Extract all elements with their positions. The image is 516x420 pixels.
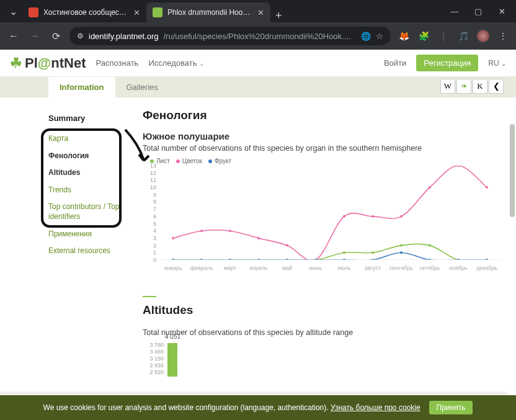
profile-avatar[interactable] [476, 29, 490, 43]
close-icon[interactable]: ✕ [257, 8, 264, 17]
main: Summary Карта Фенология Altitudes Trends… [0, 97, 516, 377]
extension-metamask-icon[interactable]: 🦊 [397, 29, 411, 43]
subsection-title-hemisphere: Южное полушарие [143, 131, 501, 141]
sidebar-item-phenology[interactable]: Фенология [48, 148, 122, 165]
chevron-down-icon: ⌄ [501, 60, 506, 67]
divider-icon: | [437, 29, 450, 43]
series-line [173, 244, 487, 260]
minimize-button[interactable]: — [444, 4, 465, 19]
wikipedia-icon[interactable]: W [440, 79, 455, 94]
legend-dot-icon [208, 159, 212, 163]
section-divider [143, 296, 156, 297]
sidebar-summary[interactable]: Summary [48, 107, 122, 130]
legend-item-fruit[interactable]: Фрукт [208, 158, 231, 164]
close-icon[interactable]: ✕ [133, 8, 140, 17]
browser-tab-0[interactable]: Хостинговое сообщество «Tim ✕ [22, 2, 146, 22]
content: Фенология Южное полушарие Total number o… [118, 100, 516, 377]
browser-tab-1[interactable]: Phlox drummondii Hook., Флок ✕ [146, 2, 270, 22]
y-tick: 8 [145, 199, 156, 205]
sidebar-item-map[interactable]: Карта [48, 130, 122, 148]
content-tabs: Information Galleries W ❧ K ❮ [0, 76, 516, 97]
maximize-button[interactable]: ▢ [468, 4, 489, 19]
nav-identify[interactable]: Распознать [96, 58, 138, 68]
favicon [153, 7, 162, 17]
altitudes-chart: 4 051 3 7803 4653 1502 8352 520 [145, 342, 501, 377]
logo[interactable]: ☘ Pl@ntNet [10, 55, 86, 71]
data-point[interactable] [400, 251, 403, 254]
data-point[interactable] [371, 251, 374, 254]
x-tick: август [358, 265, 387, 271]
data-point[interactable] [400, 244, 403, 247]
toolbar: ← → ⟳ ⚙ identify.plantnet.org/ru/useful/… [0, 22, 516, 50]
sidebar-item-trends[interactable]: Trends [48, 182, 122, 199]
k-icon[interactable]: K [473, 79, 487, 94]
address-bar[interactable]: ⚙ identify.plantnet.org/ru/useful/specie… [69, 27, 391, 45]
y-tick: 12 [145, 170, 156, 176]
legend-dot-icon [176, 159, 180, 163]
data-point[interactable] [429, 186, 431, 189]
x-tick: апрель [244, 265, 273, 271]
language-select[interactable]: RU ⌄ [488, 59, 506, 68]
data-point[interactable] [371, 215, 374, 218]
close-window-button[interactable]: ✕ [491, 4, 512, 19]
new-tab-button[interactable]: + [270, 9, 287, 22]
scrollbar-thumb[interactable] [510, 124, 515, 217]
tab-information[interactable]: Information [48, 77, 115, 97]
menu-icon[interactable]: ⋮ [496, 29, 510, 43]
altitudes-desc: Total number of observations of this spe… [143, 328, 501, 337]
reload-button[interactable]: ⟳ [48, 30, 63, 42]
forward-button[interactable]: → [27, 30, 42, 42]
site-info-icon[interactable]: ⚙ [77, 32, 84, 40]
tab-title: Хостинговое сообщество «Tim [43, 8, 128, 17]
sidebar-item-uses[interactable]: Применения [48, 226, 122, 243]
sidebar-item-altitudes[interactable]: Altitudes [48, 164, 122, 182]
data-point[interactable] [257, 237, 260, 239]
data-point[interactable] [429, 244, 431, 247]
section-title-altitudes: Altitudes [143, 303, 501, 317]
data-point[interactable] [343, 215, 345, 218]
cookie-more-link[interactable]: Узнать больше про cookie [331, 403, 420, 412]
leaf-link-icon[interactable]: ❧ [456, 79, 471, 94]
share-icon[interactable]: ❮ [489, 79, 504, 94]
data-point[interactable] [229, 230, 231, 232]
phenology-chart: январьфевральмартапрельмайиюньиюльавгуст… [145, 166, 501, 271]
bookmark-icon[interactable]: ☆ [376, 32, 383, 41]
x-tick: ноябрь [444, 265, 473, 271]
alt-y-tick: 2 520 [145, 369, 164, 375]
translate-icon[interactable]: 🌐 [361, 32, 371, 41]
extensions-icon[interactable]: 🧩 [417, 29, 430, 43]
favicon [29, 7, 38, 17]
data-point[interactable] [486, 186, 488, 189]
cookie-accept-button[interactable]: Принять [429, 401, 473, 414]
x-tick: октябрь [416, 265, 444, 271]
site-header: ☘ Pl@ntNet Распознать Исследовать ⌄ Войт… [0, 50, 516, 76]
tab-list-chevron[interactable]: ⌄ [4, 0, 22, 22]
sidebar-item-external[interactable]: External resources [48, 243, 122, 260]
y-tick: 10 [145, 184, 156, 190]
nav-explore[interactable]: Исследовать ⌄ [148, 58, 204, 68]
data-point[interactable] [200, 230, 203, 232]
data-point[interactable] [286, 244, 288, 247]
login-link[interactable]: Войти [384, 58, 406, 68]
x-tick: март [216, 265, 244, 271]
y-tick: 1 [145, 249, 156, 256]
altitude-bar [167, 343, 177, 377]
y-tick: 7 [145, 206, 156, 212]
x-tick: февраль [187, 265, 216, 271]
data-point[interactable] [457, 166, 460, 167]
data-point[interactable] [343, 251, 345, 254]
sidebar-item-contributors[interactable]: Top contributors / Top identifiers [48, 199, 122, 225]
legend-item-flower[interactable]: Цветок [176, 158, 202, 164]
chart-legend: Лист Цветок Фрукт [150, 158, 501, 164]
leaf-icon: ☘ [10, 55, 22, 71]
data-point[interactable] [172, 237, 174, 239]
media-control-icon[interactable]: 🎵 [456, 29, 470, 43]
tab-galleries[interactable]: Galleries [115, 77, 169, 97]
alt-y-tick: 3 150 [145, 355, 164, 362]
section-title-phenology: Фенология [143, 109, 501, 122]
alt-y-tick: 2 835 [145, 362, 164, 369]
y-tick: 3 [145, 235, 156, 241]
register-button[interactable]: Регистрация [416, 55, 478, 71]
back-button[interactable]: ← [6, 30, 21, 42]
data-point[interactable] [400, 215, 403, 218]
